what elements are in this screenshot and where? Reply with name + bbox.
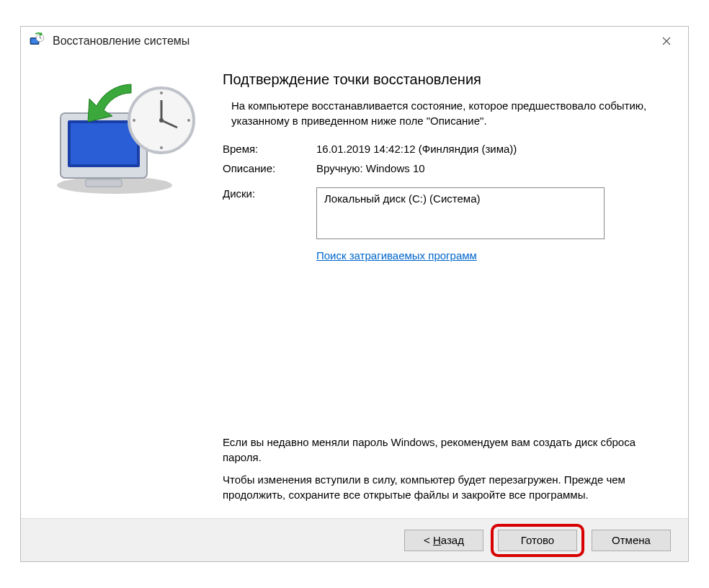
description-label: Описание: [223,162,316,174]
page-intro: На компьютере восстанавливается состояни… [223,98,659,128]
cancel-button[interactable]: Отмена [592,530,671,551]
svg-rect-6 [71,123,137,164]
window-title: Восстановление системы [53,35,189,48]
disk-item: Локальный диск (C:) (Система) [324,192,597,205]
wizard-window: Восстановление системы [20,26,689,562]
disks-row: Диски: Локальный диск (C:) (Система) [223,187,659,239]
close-button[interactable] [651,30,682,53]
svg-point-14 [133,119,135,122]
disks-label: Диски: [223,187,316,239]
svg-point-15 [187,119,190,122]
page-title: Подтверждение точки восстановления [223,71,659,88]
scan-affected-programs-link[interactable]: Поиск затрагиваемых программ [316,249,477,262]
back-button[interactable]: < Назад [404,530,483,551]
wizard-graphic-panel [21,55,223,518]
svg-point-13 [160,146,163,149]
titlebar: Восстановление системы [21,27,688,55]
footer-note-restart: Чтобы изменения вступили в силу, компьют… [223,472,659,502]
time-value: 16.01.2019 14:42:12 (Финляндия (зима)) [316,143,659,155]
description-value: Вручную: Windows 10 [316,162,659,174]
finish-button-highlight: Готово [491,524,584,557]
system-restore-graphic [46,77,205,200]
close-icon [662,34,671,49]
scan-link-row: Поиск затрагиваемых программ [316,249,659,262]
wizard-content: Подтверждение точки восстановления На ко… [223,55,688,518]
time-label: Время: [223,143,316,155]
finish-button[interactable]: Готово [498,530,577,551]
wizard-button-bar: < Назад Готово Отмена [21,518,688,561]
spacer [223,262,659,435]
svg-rect-7 [86,179,122,187]
footer-note-password: Если вы недавно меняли пароль Windows, р… [223,435,659,465]
time-row: Время: 16.01.2019 14:42:12 (Финляндия (з… [223,143,659,155]
description-row: Описание: Вручную: Windows 10 [223,162,659,174]
svg-point-12 [160,92,163,94]
system-restore-icon [27,31,47,51]
disks-listbox[interactable]: Локальный диск (C:) (Система) [316,187,605,239]
wizard-body: Подтверждение точки восстановления На ко… [21,55,688,518]
